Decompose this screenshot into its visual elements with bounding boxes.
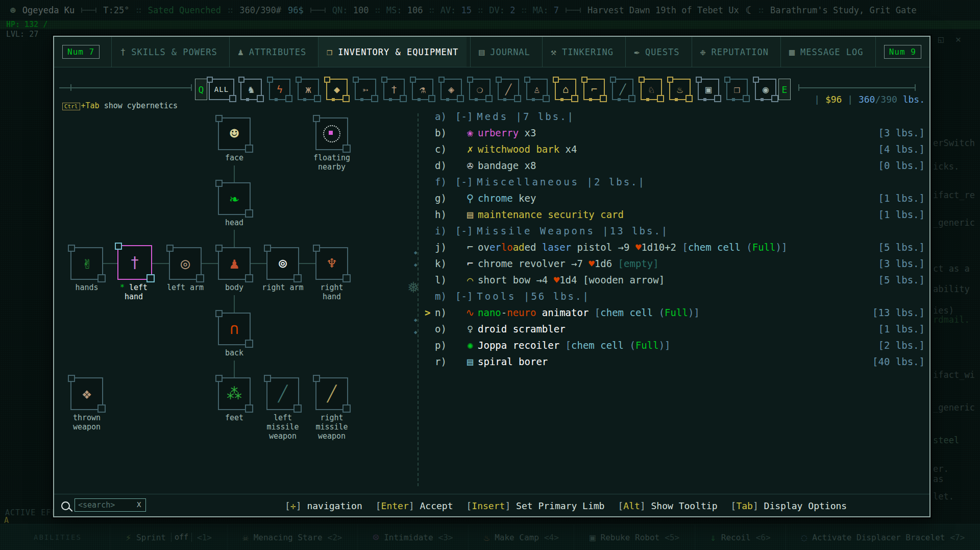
filter-category-blade[interactable]: † bbox=[383, 79, 405, 100]
slot-thrown-weapon[interactable]: ❖ bbox=[70, 377, 103, 410]
tab-num-9[interactable]: Num 9 bbox=[875, 37, 929, 67]
item-name-segment: Joppa recoiler bbox=[478, 340, 566, 351]
bracket: ] bbox=[640, 500, 651, 511]
filter-category-arrow[interactable]: ➳ bbox=[355, 79, 376, 100]
slot-label-face: face bbox=[196, 153, 273, 162]
category-name: Tools bbox=[477, 291, 516, 302]
category-header: [-]Missile Weapons |13 lbs.| bbox=[455, 225, 669, 236]
filter-all-button[interactable]: ALL bbox=[209, 79, 234, 100]
hotkey-help: [✛] navigation[Enter] Accept[Insert] Set… bbox=[285, 494, 847, 517]
filter-category-hookah[interactable]: ♨ bbox=[669, 79, 691, 100]
tab-message-log[interactable]: ▦MESSAGE LOG bbox=[780, 37, 871, 67]
inventory-category-row[interactable]: f)[-]Miscellaneous |2 lbs.| bbox=[425, 174, 925, 190]
item-name-segment: 1d10+2 bbox=[641, 242, 682, 253]
tab-reputation[interactable]: ❉REPUTATION bbox=[692, 37, 777, 67]
filter-category-pack[interactable]: ❒ bbox=[726, 79, 748, 100]
slot-head[interactable]: ❧ bbox=[218, 182, 251, 215]
filter-category-chest[interactable]: ⌂ bbox=[555, 79, 576, 100]
inventory-item-row[interactable]: c)✗witchwood bark x4[4 lbs.] bbox=[425, 141, 925, 157]
slot-face[interactable]: ☻ bbox=[218, 117, 251, 150]
slot-left-arm[interactable]: ◎ bbox=[169, 247, 202, 280]
inventory-item-row[interactable]: g)⚲chrome key[1 lbs.] bbox=[425, 190, 925, 206]
filter-category-satchel[interactable]: ◆ bbox=[326, 79, 348, 100]
item-name-segment: [ bbox=[566, 340, 571, 351]
inventory-item-row[interactable]: j)⌐overloaded laser pistol →9 ♥1d10+2 [c… bbox=[425, 239, 925, 255]
inventory-item-row[interactable]: l)⌒short bow →4 ♥1d4 [wooden arrow][5 lb… bbox=[425, 272, 925, 288]
slot-right-hand[interactable]: ♆ bbox=[315, 247, 348, 280]
ability-menacing-stare[interactable]: ☠Menacing Stare<2> bbox=[227, 524, 358, 550]
right-hand-icon: ♆ bbox=[327, 256, 336, 271]
ability-recoil[interactable]: ⇓Recoil<6> bbox=[695, 524, 786, 550]
ability-sprint[interactable]: ⚡Sprintoff<1> bbox=[110, 524, 227, 550]
slot-floating-nearby[interactable] bbox=[315, 117, 348, 150]
filter-category-pistol[interactable]: ⌐ bbox=[583, 79, 605, 100]
inventory-category-row[interactable]: m)[-]Tools |56 lbs.| bbox=[425, 288, 925, 304]
slot-left-missile-weapon[interactable]: ╱ bbox=[266, 377, 299, 410]
filter-category-figurine[interactable]: ♙ bbox=[526, 79, 548, 100]
slot-label-line: missile bbox=[293, 422, 370, 432]
filter-category-datadisk[interactable]: ▣ bbox=[698, 79, 719, 100]
tab-inventory-equipment[interactable]: ❒INVENTORY & EQUIPMENT bbox=[318, 37, 467, 67]
log-fragment: ifact_wi bbox=[933, 370, 975, 380]
row-hotkey-letter: r) bbox=[435, 356, 455, 367]
filter-category-gem[interactable]: ◈ bbox=[440, 79, 462, 100]
tab-num-7[interactable]: Num 7 bbox=[54, 37, 108, 67]
slot-label-line: hand bbox=[293, 292, 370, 301]
key-action-label: navigation bbox=[307, 500, 362, 511]
collapse-toggle[interactable]: [-] bbox=[455, 176, 473, 187]
key-name: Insert bbox=[472, 500, 505, 511]
search-input[interactable] bbox=[75, 498, 146, 512]
slot-right-arm[interactable]: ⊚ bbox=[266, 247, 299, 280]
stat-dv: DV: 2 bbox=[489, 5, 515, 15]
ability-name: Recoil bbox=[721, 533, 751, 542]
close-icon[interactable]: ✕ bbox=[955, 34, 961, 44]
collapse-toggle[interactable]: [-] bbox=[455, 291, 473, 302]
ability-activate-displacer-bracelet[interactable]: ◌Activate Displacer Bracelet<7> bbox=[786, 524, 980, 550]
inventory-item-row[interactable]: b)❀urberry x3[3 lbs.] bbox=[425, 125, 925, 141]
filter-category-rifle[interactable]: ╱ bbox=[612, 79, 633, 100]
resize-icon[interactable]: ◱ bbox=[938, 34, 944, 44]
inventory-item-row[interactable]: k)⌐chrome revolver →7 ♥1d6 [empty][3 lbs… bbox=[425, 255, 925, 272]
inventory-category-row[interactable]: a)[-]Meds |7 lbs.| bbox=[425, 108, 925, 125]
bracket: ] bbox=[753, 500, 764, 511]
key-action-label: Set Primary Limb bbox=[516, 500, 604, 511]
item-name: droid scrambler bbox=[478, 323, 566, 334]
collapse-toggle[interactable]: [-] bbox=[455, 111, 473, 122]
filter-category-bug[interactable]: ж bbox=[298, 79, 319, 100]
filter-category-amulet[interactable]: ❍ bbox=[469, 79, 491, 100]
filter-prev-key[interactable]: Q bbox=[195, 79, 207, 100]
slot-feet[interactable]: ⁂ bbox=[218, 377, 251, 410]
search-clear-button[interactable]: X bbox=[137, 500, 141, 509]
tab-tinkering[interactable]: ⚒TINKERING bbox=[542, 37, 622, 67]
slot-right-missile-weapon[interactable]: ╱ bbox=[315, 377, 348, 410]
tab-quests[interactable]: ✒QUESTS bbox=[625, 37, 688, 67]
filter-category-whip[interactable]: ϟ bbox=[269, 79, 290, 100]
ability-make-camp[interactable]: ♨Make Camp<4> bbox=[468, 524, 574, 550]
filter-hookah-icon: ♨ bbox=[677, 83, 683, 95]
tab-skills-powers[interactable]: †SKILLS & POWERS bbox=[111, 37, 225, 67]
filter-category-vial[interactable]: ⚗ bbox=[412, 79, 433, 100]
collapse-toggle[interactable]: [-] bbox=[455, 225, 473, 236]
tab-attributes[interactable]: ♟ATTRIBUTES bbox=[229, 37, 314, 67]
inventory-item-row[interactable]: >n)∿nano-neuro animator [chem cell (Full… bbox=[425, 304, 925, 321]
slot-left-hand[interactable]: † bbox=[117, 245, 152, 280]
ability-hotkey: <2> bbox=[328, 533, 342, 542]
slot-hands[interactable]: ✌ bbox=[70, 247, 103, 280]
ability-intimidate[interactable]: ☹Intimidate<3> bbox=[357, 524, 468, 550]
filter-category-sword[interactable]: ╱ bbox=[498, 79, 519, 100]
inventory-item-row[interactable]: d)✇bandage x8[0 lbs.] bbox=[425, 157, 925, 174]
slot-back[interactable]: ∩ bbox=[218, 313, 251, 345]
inventory-item-row[interactable]: h)▤maintenance security card[1 lbs.] bbox=[425, 206, 925, 223]
filter-category-creature[interactable]: ♞ bbox=[240, 79, 262, 100]
slot-body[interactable]: ♟ bbox=[218, 247, 251, 280]
ability-rebuke-robot[interactable]: ▣Rebuke Robot<5> bbox=[574, 524, 694, 550]
inventory-item-row[interactable]: p)✺Joppa recoiler [chem cell (Full)][2 l… bbox=[425, 337, 925, 353]
inventory-category-row[interactable]: i)[-]Missile Weapons |13 lbs.| bbox=[425, 223, 925, 239]
inventory-item-row[interactable]: o)♀droid scrambler[1 lbs.] bbox=[425, 321, 925, 337]
filter-category-steed[interactable]: ♘ bbox=[641, 79, 662, 100]
search-icon bbox=[61, 501, 70, 510]
tab-journal[interactable]: ▤JOURNAL bbox=[470, 37, 538, 67]
log-fragment: erSwitch bbox=[933, 138, 975, 148]
item-name-segment: droid scrambler bbox=[478, 323, 566, 334]
inventory-item-row[interactable]: r)▤spiral borer[40 lbs.] bbox=[425, 353, 925, 370]
